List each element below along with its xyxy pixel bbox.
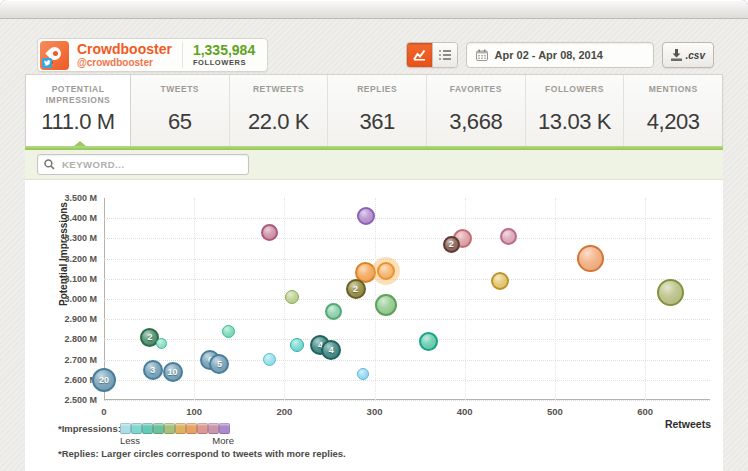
- tweet-bubble[interactable]: [357, 207, 375, 225]
- scale-swatch: [164, 423, 175, 434]
- tweet-bubble[interactable]: [657, 279, 684, 306]
- tweet-bubble[interactable]: [500, 228, 517, 245]
- scale-swatch: [120, 423, 131, 434]
- scale-swatch: [131, 423, 142, 434]
- followers-count: 1,335,984: [193, 43, 255, 58]
- followers-label: FOLLOWERS: [193, 58, 255, 68]
- header: Crowdbooster @crowdbooster 1,335,984 FOL…: [25, 38, 723, 72]
- tweet-bubble[interactable]: [285, 290, 299, 304]
- replies-legend-note: *Replies: Larger circles correspond to t…: [58, 448, 346, 459]
- line-chart-icon: [413, 49, 426, 61]
- tweet-bubble[interactable]: [290, 338, 304, 352]
- stat-tab-replies[interactable]: REPLIES 361: [328, 75, 427, 146]
- scale-swatch: [197, 423, 208, 434]
- brand-handle: @crowdbooster: [77, 57, 172, 68]
- date-range-text: Apr 02 - Apr 08, 2014: [495, 49, 603, 61]
- scale-swatch: [208, 423, 219, 434]
- date-range-picker[interactable]: Apr 02 - Apr 08, 2014: [466, 42, 654, 68]
- scale-swatch: [142, 423, 153, 434]
- selected-tab-arrow: [74, 141, 86, 146]
- stat-label: FOLLOWERS: [530, 84, 620, 109]
- scale-swatch: [186, 423, 197, 434]
- x-tick-label: 300: [355, 406, 395, 417]
- tweet-bubble[interactable]: 3: [143, 360, 163, 380]
- y-tick-label: 3.400 M: [47, 213, 97, 223]
- stat-value: 13.03 K: [538, 109, 611, 135]
- x-tick-label: 100: [174, 406, 214, 417]
- twitter-badge-icon: [42, 58, 52, 68]
- stat-tab-followers[interactable]: FOLLOWERS 13.03 K: [526, 75, 625, 146]
- y-tick-label: 2.700 M: [47, 355, 97, 365]
- stat-tab-tweets[interactable]: TWEETS 65: [131, 75, 230, 146]
- tweet-bubble[interactable]: 2: [443, 236, 460, 253]
- bubble-replies-count: 20: [99, 375, 109, 385]
- tweet-bubble[interactable]: [377, 262, 395, 280]
- y-tick-label: 2.800 M: [47, 334, 97, 344]
- bubble-chart: Potential Impressions Retweets 3.500 M3.…: [25, 180, 723, 471]
- v-gridline: [555, 198, 556, 400]
- account-card[interactable]: Crowdbooster @crowdbooster 1,335,984 FOL…: [37, 38, 268, 72]
- stat-tab-mentions[interactable]: MENTIONS 4,203: [624, 75, 722, 146]
- bubble-replies-count: 5: [217, 359, 222, 369]
- brand-name: Crowdbooster: [77, 42, 172, 57]
- stat-value: 111.0 M: [41, 109, 114, 135]
- impressions-color-scale: [120, 423, 230, 434]
- plot-area: 3.500 M3.400 M3.300 M3.200 M3.100 M3.000…: [104, 198, 710, 400]
- stat-tab-retweets[interactable]: RETWEETS 22.0 K: [230, 75, 329, 146]
- x-tick-label: 200: [264, 406, 304, 417]
- csv-label: .csv: [686, 50, 705, 61]
- keyword-search-input[interactable]: [37, 154, 249, 175]
- stat-value: 22.0 K: [248, 109, 309, 135]
- view-toggle: [406, 42, 458, 68]
- list-view-button[interactable]: [432, 43, 457, 67]
- impressions-legend-label: *Impressions:: [58, 423, 116, 434]
- tweet-bubble[interactable]: [577, 245, 604, 272]
- stat-value: 361: [359, 109, 395, 135]
- scale-swatch: [175, 423, 186, 434]
- header-controls: Apr 02 - Apr 08, 2014 .csv: [406, 42, 714, 68]
- tweet-bubble[interactable]: [419, 332, 438, 351]
- x-tick-label: 0: [84, 406, 124, 417]
- y-tick-label: 2.500 M: [47, 395, 97, 405]
- selected-tab-underline: [25, 146, 723, 150]
- crowdbooster-logo-icon: [40, 41, 69, 70]
- tweet-bubble[interactable]: 5: [209, 354, 229, 374]
- stat-label: MENTIONS: [628, 84, 718, 109]
- chart-legend: *Impressions: Less More *Replies: Larger…: [58, 423, 346, 459]
- legend-more-label: More: [212, 435, 234, 446]
- page-content: Crowdbooster @crowdbooster 1,335,984 FOL…: [25, 38, 723, 471]
- tweet-bubble[interactable]: [357, 368, 369, 380]
- scale-swatch: [153, 423, 164, 434]
- y-tick-label: 2.900 M: [47, 314, 97, 324]
- y-axis-title: Potential Impressions: [58, 186, 69, 306]
- x-axis-title: Retweets: [635, 418, 711, 430]
- download-icon: [671, 49, 682, 61]
- tweet-bubble[interactable]: [325, 303, 342, 320]
- stat-value: 3,668: [449, 109, 502, 135]
- bubble-replies-count: 3: [150, 365, 155, 375]
- stat-label: RETWEETS: [234, 84, 324, 109]
- tweet-bubble[interactable]: 20: [92, 368, 116, 392]
- v-gridline: [645, 198, 646, 400]
- export-csv-button[interactable]: .csv: [662, 42, 714, 68]
- x-tick-label: 400: [445, 406, 485, 417]
- tweet-bubble[interactable]: 2: [346, 279, 366, 299]
- x-tick-label: 500: [535, 406, 575, 417]
- bubble-replies-count: 2: [449, 239, 454, 249]
- chart-view-button[interactable]: [407, 43, 432, 67]
- stat-tab-potential-impressions[interactable]: POTENTIAL IMPRESSIONS 111.0 M: [26, 75, 131, 146]
- stat-tab-favorites[interactable]: FAVORITES 3,668: [427, 75, 526, 146]
- search-icon: [44, 159, 55, 170]
- h-gridline: [104, 400, 710, 401]
- tweet-bubble[interactable]: [263, 353, 276, 366]
- scale-swatch: [219, 423, 230, 434]
- tweet-bubble[interactable]: 4: [321, 340, 341, 360]
- tweet-bubble[interactable]: [491, 272, 509, 290]
- tweet-bubble[interactable]: [156, 338, 167, 349]
- stat-value: 4,203: [647, 109, 700, 135]
- tweet-bubble[interactable]: 10: [163, 362, 183, 382]
- stats-tabs: POTENTIAL IMPRESSIONS 111.0 MTWEETS 65RE…: [25, 74, 723, 146]
- tweet-bubble[interactable]: [375, 294, 397, 316]
- tweet-bubble[interactable]: [222, 325, 235, 338]
- y-tick-label: 3.200 M: [47, 254, 97, 264]
